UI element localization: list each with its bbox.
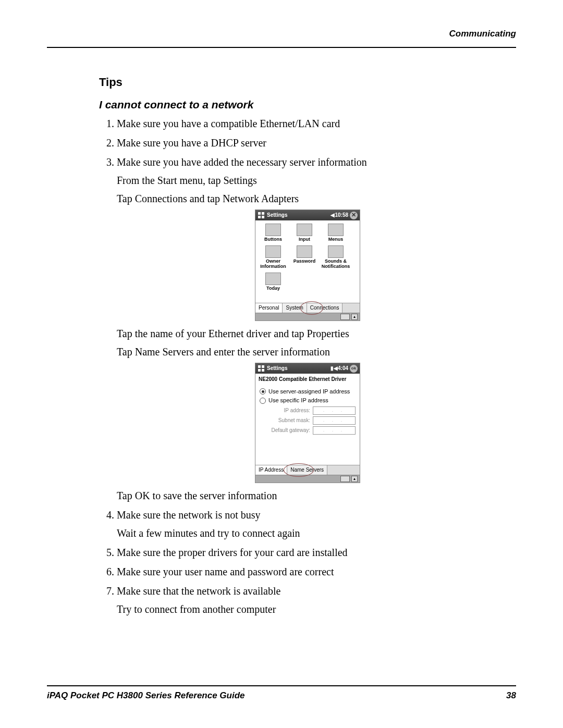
- settings-icon-owner-info[interactable]: Owner Information: [258, 245, 289, 269]
- ip-address-input[interactable]: . . .: [313, 406, 356, 415]
- icon-label: Password: [289, 259, 320, 264]
- arrow-up-icon[interactable]: ▴: [351, 476, 358, 482]
- step-text: Make sure the proper drivers for your ca…: [117, 547, 348, 558]
- panel-title: NE2000 Compatible Ethernet Driver: [255, 374, 360, 385]
- clock-text: 4:04: [338, 365, 348, 373]
- device-titlebar: Settings ▮ ◀ 4:04 ok: [255, 363, 360, 374]
- settings-tabs: Personal System Connections: [255, 303, 360, 313]
- tab-connections[interactable]: Connections: [307, 303, 343, 313]
- step-3: Make sure you have added the necessary s…: [117, 155, 516, 503]
- tab-name-servers[interactable]: Name Servers: [287, 465, 327, 475]
- step-text: Make sure that the network is available: [117, 585, 280, 597]
- radio-icon: [260, 398, 266, 404]
- content: Tips I cannot connect to a network Make …: [99, 76, 516, 617]
- step-7: Make sure that the network is available …: [117, 584, 516, 617]
- step-continuation: Tap the name of your Ethernet driver and…: [117, 326, 516, 341]
- icon-label: Buttons: [258, 237, 289, 242]
- step-2: Make sure you have a DHCP server: [117, 135, 516, 151]
- titlebar-title: Settings: [267, 365, 287, 373]
- arrow-up-icon[interactable]: ▴: [351, 314, 358, 320]
- step-4: Make sure the network is not busy Wait a…: [117, 508, 516, 541]
- menus-icon: [328, 224, 344, 236]
- step-continuation: Wait a few minutes and try to connect ag…: [117, 526, 516, 541]
- settings-icon-sounds[interactable]: Sounds & Notifications: [320, 245, 351, 269]
- speaker-icon[interactable]: ◀: [334, 365, 338, 373]
- radio-label: Use specific IP address: [268, 397, 328, 405]
- settings-icon-today[interactable]: Today: [258, 273, 289, 291]
- device-statusbar: ▴: [255, 313, 360, 320]
- titlebar-title: Settings: [267, 212, 287, 219]
- footer-guide-title: iPAQ Pocket PC H3800 Series Reference Gu…: [47, 690, 245, 701]
- settings-icon-buttons[interactable]: Buttons: [258, 224, 289, 242]
- icon-label: Input: [289, 237, 320, 242]
- svg-rect-5: [262, 365, 264, 368]
- settings-icon-password[interactable]: Password: [289, 245, 320, 269]
- field-ip-address: IP address: . . .: [260, 406, 356, 415]
- step-continuation: Tap OK to save the server information: [117, 488, 516, 503]
- radio-specific-ip[interactable]: Use specific IP address: [260, 397, 356, 405]
- svg-rect-4: [258, 365, 261, 368]
- step-continuation: Tap Name Servers and enter the server in…: [117, 344, 516, 360]
- keyboard-icon[interactable]: [340, 314, 350, 320]
- speaker-icon[interactable]: ◀: [331, 212, 335, 219]
- sounds-icon: [328, 245, 344, 258]
- step-continuation: Try to connect from another computer: [117, 602, 516, 617]
- svg-rect-7: [262, 369, 264, 372]
- icon-label: Sounds & Notifications: [320, 259, 351, 269]
- step-text: Make sure you have a compatible Ethernet…: [117, 118, 340, 129]
- start-flag-icon[interactable]: [258, 365, 265, 372]
- icon-label: Today: [258, 286, 289, 291]
- icon-label: Owner Information: [258, 259, 289, 269]
- page: Communicating Tips I cannot connect to a…: [0, 0, 563, 728]
- step-continuation: Tap Connections and tap Network Adapters: [117, 191, 516, 206]
- device-titlebar: Settings ◀ 10:58 ✕: [255, 210, 360, 220]
- settings-screenshot-1: Settings ◀ 10:58 ✕ Buttons Input Menus O…: [99, 209, 516, 321]
- subnet-mask-input[interactable]: . . .: [313, 416, 356, 425]
- close-icon[interactable]: ✕: [350, 212, 358, 219]
- radio-label: Use server-assigned IP address: [268, 388, 350, 396]
- radio-server-assigned[interactable]: Use server-assigned IP address: [260, 388, 356, 396]
- settings-icon-input[interactable]: Input: [289, 224, 320, 242]
- step-6: Make sure your user name and password ar…: [117, 564, 516, 579]
- settings-icon-grid: Buttons Input Menus Owner Information Pa…: [255, 220, 360, 303]
- field-label: Default gateway:: [260, 427, 310, 435]
- subheading: I cannot connect to a network: [99, 98, 516, 111]
- ip-form: Use server-assigned IP address Use speci…: [255, 385, 360, 465]
- footer-page-number: 38: [506, 690, 516, 701]
- step-1: Make sure you have a compatible Ethernet…: [117, 116, 516, 131]
- svg-rect-1: [262, 212, 264, 215]
- password-icon: [297, 245, 312, 258]
- tips-heading: Tips: [99, 76, 516, 89]
- owner-info-icon: [265, 245, 281, 258]
- device-screen: Settings ▮ ◀ 4:04 ok NE2000 Compatible E…: [255, 363, 360, 483]
- ok-button[interactable]: ok: [350, 365, 358, 373]
- svg-rect-2: [258, 216, 261, 218]
- default-gateway-input[interactable]: . . .: [313, 426, 356, 435]
- settings-screenshot-2: Settings ▮ ◀ 4:04 ok NE2000 Compatible E…: [99, 363, 516, 483]
- step-5: Make sure the proper drivers for your ca…: [117, 545, 516, 560]
- tab-system[interactable]: System: [283, 303, 307, 313]
- today-icon: [265, 273, 281, 285]
- buttons-icon: [265, 224, 281, 236]
- start-flag-icon[interactable]: [258, 212, 265, 219]
- keyboard-icon[interactable]: [340, 476, 350, 482]
- tab-ip-address[interactable]: IP Address: [255, 465, 287, 475]
- steps-list: Make sure you have a compatible Ethernet…: [99, 116, 516, 617]
- step-text: Make sure your user name and password ar…: [117, 566, 334, 577]
- step-continuation: From the Start menu, tap Settings: [117, 173, 516, 188]
- svg-rect-3: [262, 216, 264, 218]
- input-icon: [297, 224, 312, 236]
- step-text: Make sure you have a DHCP server: [117, 137, 266, 149]
- svg-rect-6: [258, 369, 261, 372]
- settings-icon-menus[interactable]: Menus: [320, 224, 351, 242]
- field-label: IP address:: [260, 407, 310, 415]
- device-statusbar: ▴: [255, 475, 360, 483]
- tab-personal[interactable]: Personal: [255, 303, 283, 313]
- running-header: Communicating: [449, 29, 516, 39]
- field-label: Subnet mask:: [260, 417, 310, 425]
- ip-tabs: IP Address Name Servers: [255, 465, 360, 475]
- field-subnet-mask: Subnet mask: . . .: [260, 416, 356, 425]
- step-text: Make sure you have added the necessary s…: [117, 156, 367, 168]
- step-text: Make sure the network is not busy: [117, 509, 261, 521]
- footer: iPAQ Pocket PC H3800 Series Reference Gu…: [47, 690, 516, 701]
